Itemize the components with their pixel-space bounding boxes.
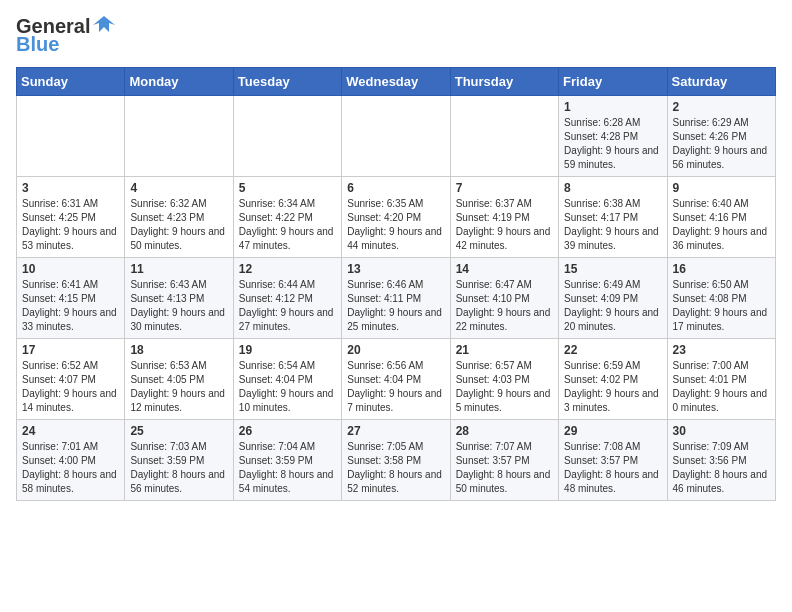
day-number: 17 [22, 343, 119, 357]
logo-bird-icon [93, 15, 115, 33]
calendar-week-row: 3Sunrise: 6:31 AM Sunset: 4:25 PM Daylig… [17, 177, 776, 258]
day-number: 29 [564, 424, 661, 438]
calendar-cell: 28Sunrise: 7:07 AM Sunset: 3:57 PM Dayli… [450, 420, 558, 501]
calendar-cell: 6Sunrise: 6:35 AM Sunset: 4:20 PM Daylig… [342, 177, 450, 258]
day-number: 14 [456, 262, 553, 276]
calendar-cell: 24Sunrise: 7:01 AM Sunset: 4:00 PM Dayli… [17, 420, 125, 501]
day-number: 18 [130, 343, 227, 357]
day-number: 23 [673, 343, 770, 357]
day-number: 10 [22, 262, 119, 276]
logo-blue-text: Blue [16, 33, 59, 55]
calendar-cell [233, 96, 341, 177]
calendar-cell: 25Sunrise: 7:03 AM Sunset: 3:59 PM Dayli… [125, 420, 233, 501]
calendar-week-row: 10Sunrise: 6:41 AM Sunset: 4:15 PM Dayli… [17, 258, 776, 339]
day-info: Sunrise: 6:41 AM Sunset: 4:15 PM Dayligh… [22, 278, 119, 334]
calendar-cell: 9Sunrise: 6:40 AM Sunset: 4:16 PM Daylig… [667, 177, 775, 258]
day-info: Sunrise: 7:05 AM Sunset: 3:58 PM Dayligh… [347, 440, 444, 496]
calendar-cell [450, 96, 558, 177]
svg-marker-0 [93, 16, 115, 32]
day-number: 25 [130, 424, 227, 438]
day-info: Sunrise: 6:35 AM Sunset: 4:20 PM Dayligh… [347, 197, 444, 253]
day-number: 28 [456, 424, 553, 438]
day-info: Sunrise: 7:08 AM Sunset: 3:57 PM Dayligh… [564, 440, 661, 496]
calendar-cell: 1Sunrise: 6:28 AM Sunset: 4:28 PM Daylig… [559, 96, 667, 177]
day-number: 22 [564, 343, 661, 357]
day-info: Sunrise: 6:50 AM Sunset: 4:08 PM Dayligh… [673, 278, 770, 334]
column-header-wednesday: Wednesday [342, 68, 450, 96]
day-info: Sunrise: 6:54 AM Sunset: 4:04 PM Dayligh… [239, 359, 336, 415]
day-number: 30 [673, 424, 770, 438]
day-info: Sunrise: 6:46 AM Sunset: 4:11 PM Dayligh… [347, 278, 444, 334]
day-info: Sunrise: 7:03 AM Sunset: 3:59 PM Dayligh… [130, 440, 227, 496]
calendar-cell: 14Sunrise: 6:47 AM Sunset: 4:10 PM Dayli… [450, 258, 558, 339]
day-info: Sunrise: 6:59 AM Sunset: 4:02 PM Dayligh… [564, 359, 661, 415]
calendar-cell: 18Sunrise: 6:53 AM Sunset: 4:05 PM Dayli… [125, 339, 233, 420]
day-info: Sunrise: 7:04 AM Sunset: 3:59 PM Dayligh… [239, 440, 336, 496]
calendar-week-row: 24Sunrise: 7:01 AM Sunset: 4:00 PM Dayli… [17, 420, 776, 501]
day-info: Sunrise: 6:31 AM Sunset: 4:25 PM Dayligh… [22, 197, 119, 253]
day-number: 15 [564, 262, 661, 276]
day-number: 1 [564, 100, 661, 114]
day-info: Sunrise: 7:00 AM Sunset: 4:01 PM Dayligh… [673, 359, 770, 415]
calendar-cell: 30Sunrise: 7:09 AM Sunset: 3:56 PM Dayli… [667, 420, 775, 501]
day-info: Sunrise: 6:28 AM Sunset: 4:28 PM Dayligh… [564, 116, 661, 172]
calendar-cell: 4Sunrise: 6:32 AM Sunset: 4:23 PM Daylig… [125, 177, 233, 258]
day-number: 9 [673, 181, 770, 195]
column-header-thursday: Thursday [450, 68, 558, 96]
day-info: Sunrise: 7:01 AM Sunset: 4:00 PM Dayligh… [22, 440, 119, 496]
day-info: Sunrise: 6:32 AM Sunset: 4:23 PM Dayligh… [130, 197, 227, 253]
day-info: Sunrise: 6:40 AM Sunset: 4:16 PM Dayligh… [673, 197, 770, 253]
day-info: Sunrise: 6:47 AM Sunset: 4:10 PM Dayligh… [456, 278, 553, 334]
day-info: Sunrise: 6:53 AM Sunset: 4:05 PM Dayligh… [130, 359, 227, 415]
day-info: Sunrise: 6:34 AM Sunset: 4:22 PM Dayligh… [239, 197, 336, 253]
day-number: 6 [347, 181, 444, 195]
day-number: 13 [347, 262, 444, 276]
day-info: Sunrise: 6:29 AM Sunset: 4:26 PM Dayligh… [673, 116, 770, 172]
calendar-table: SundayMondayTuesdayWednesdayThursdayFrid… [16, 67, 776, 501]
day-number: 2 [673, 100, 770, 114]
column-header-saturday: Saturday [667, 68, 775, 96]
calendar-cell: 5Sunrise: 6:34 AM Sunset: 4:22 PM Daylig… [233, 177, 341, 258]
calendar-cell: 29Sunrise: 7:08 AM Sunset: 3:57 PM Dayli… [559, 420, 667, 501]
calendar-cell: 16Sunrise: 6:50 AM Sunset: 4:08 PM Dayli… [667, 258, 775, 339]
calendar-cell: 7Sunrise: 6:37 AM Sunset: 4:19 PM Daylig… [450, 177, 558, 258]
day-info: Sunrise: 6:49 AM Sunset: 4:09 PM Dayligh… [564, 278, 661, 334]
day-number: 24 [22, 424, 119, 438]
day-number: 3 [22, 181, 119, 195]
day-number: 12 [239, 262, 336, 276]
column-header-monday: Monday [125, 68, 233, 96]
day-info: Sunrise: 6:56 AM Sunset: 4:04 PM Dayligh… [347, 359, 444, 415]
calendar-cell: 3Sunrise: 6:31 AM Sunset: 4:25 PM Daylig… [17, 177, 125, 258]
day-number: 16 [673, 262, 770, 276]
calendar-cell: 26Sunrise: 7:04 AM Sunset: 3:59 PM Dayli… [233, 420, 341, 501]
logo: General Blue [16, 16, 115, 55]
calendar-cell [17, 96, 125, 177]
day-number: 5 [239, 181, 336, 195]
day-info: Sunrise: 6:37 AM Sunset: 4:19 PM Dayligh… [456, 197, 553, 253]
day-number: 11 [130, 262, 227, 276]
calendar-cell [342, 96, 450, 177]
day-info: Sunrise: 7:07 AM Sunset: 3:57 PM Dayligh… [456, 440, 553, 496]
calendar-cell: 22Sunrise: 6:59 AM Sunset: 4:02 PM Dayli… [559, 339, 667, 420]
calendar-cell: 8Sunrise: 6:38 AM Sunset: 4:17 PM Daylig… [559, 177, 667, 258]
calendar-cell: 27Sunrise: 7:05 AM Sunset: 3:58 PM Dayli… [342, 420, 450, 501]
day-info: Sunrise: 6:43 AM Sunset: 4:13 PM Dayligh… [130, 278, 227, 334]
day-number: 7 [456, 181, 553, 195]
column-header-friday: Friday [559, 68, 667, 96]
day-number: 8 [564, 181, 661, 195]
calendar-cell: 19Sunrise: 6:54 AM Sunset: 4:04 PM Dayli… [233, 339, 341, 420]
day-number: 21 [456, 343, 553, 357]
day-number: 27 [347, 424, 444, 438]
day-info: Sunrise: 6:52 AM Sunset: 4:07 PM Dayligh… [22, 359, 119, 415]
day-number: 20 [347, 343, 444, 357]
calendar-header-row: SundayMondayTuesdayWednesdayThursdayFrid… [17, 68, 776, 96]
calendar-week-row: 1Sunrise: 6:28 AM Sunset: 4:28 PM Daylig… [17, 96, 776, 177]
day-number: 19 [239, 343, 336, 357]
calendar-cell: 20Sunrise: 6:56 AM Sunset: 4:04 PM Dayli… [342, 339, 450, 420]
day-info: Sunrise: 6:38 AM Sunset: 4:17 PM Dayligh… [564, 197, 661, 253]
header: General Blue [16, 16, 776, 55]
calendar-cell: 15Sunrise: 6:49 AM Sunset: 4:09 PM Dayli… [559, 258, 667, 339]
day-info: Sunrise: 7:09 AM Sunset: 3:56 PM Dayligh… [673, 440, 770, 496]
column-header-sunday: Sunday [17, 68, 125, 96]
calendar-cell: 10Sunrise: 6:41 AM Sunset: 4:15 PM Dayli… [17, 258, 125, 339]
